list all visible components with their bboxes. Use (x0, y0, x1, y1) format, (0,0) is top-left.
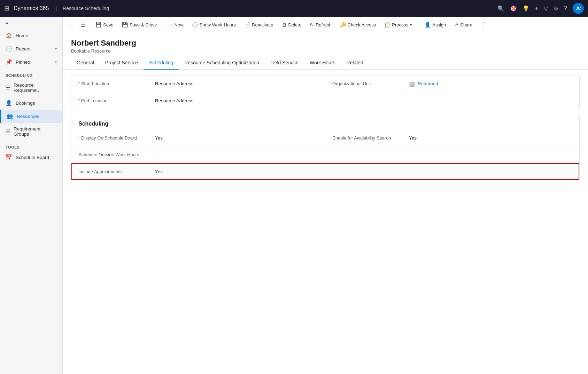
tab-work-hours[interactable]: Work Hours (304, 56, 341, 70)
sidebar-item-recent-label: Recent (16, 46, 31, 51)
process-button[interactable]: 📋 Process ▾ (381, 20, 415, 30)
org-unit-value[interactable]: Redmond (418, 81, 438, 86)
tab-field-service[interactable]: Field Service (265, 56, 304, 70)
search-icon[interactable]: 🔍 (497, 5, 504, 12)
process-icon: 📋 (384, 22, 390, 27)
required-star-end: * (78, 99, 80, 103)
more-options-button[interactable]: ⋮ (477, 19, 489, 30)
app-name: Resource Scheduling (63, 6, 109, 11)
include-appointments-row: Include Appointments Yes (71, 163, 579, 180)
sidebar-item-schedule-board[interactable]: 📅 Schedule Board (0, 151, 62, 164)
display-on-board-label: * Display On Schedule Board (78, 135, 155, 141)
chevron-down-icon: ▾ (55, 47, 57, 51)
settings-icon[interactable]: ⚙ (554, 5, 558, 12)
sidebar-item-home[interactable]: 🏠 Home (0, 29, 62, 42)
required-star: * (78, 82, 80, 86)
record-name: Norbert Sandberg (71, 39, 580, 48)
record-header: Norbert Sandberg Bookable Resource (63, 33, 588, 56)
sidebar-item-requirement-groups[interactable]: ☰ Requirement Groups (0, 123, 62, 140)
tab-project-service[interactable]: Project Service (100, 56, 144, 70)
lightbulb-icon[interactable]: 💡 (523, 5, 529, 12)
save-close-icon: 💾 (122, 22, 128, 27)
filter-icon[interactable]: ▽ (544, 5, 548, 12)
start-location-row: * Start Location Resource Address Organi… (71, 75, 579, 92)
enable-availability-value: Yes (409, 135, 572, 141)
sidebar-section-tools: Tools (0, 140, 62, 151)
required-star-board: * (78, 136, 80, 140)
list-view-button[interactable]: ☰ (79, 20, 88, 30)
end-location-value: Resource Address (155, 98, 318, 103)
deactivate-icon: 📄 (244, 22, 250, 27)
sidebar-item-rg-label: Requirement Groups (14, 126, 57, 137)
toolbar-divider-1 (163, 21, 163, 29)
record-tabs: General Project Service Scheduling Resou… (63, 56, 588, 70)
scheduling-section: Scheduling * Display On Schedule Board Y… (71, 115, 580, 180)
process-chevron-icon: ▾ (410, 23, 412, 27)
grid-icon[interactable]: ⊞ (4, 5, 9, 12)
assign-button[interactable]: 👤 Assign (421, 20, 449, 30)
sidebar-item-recent[interactable]: 🕐 Recent ▾ (0, 42, 62, 55)
top-nav-icons: 🔍 🎯 💡 + ▽ ⚙ ? JC (497, 3, 584, 14)
sidebar-item-resources-label: Resources (17, 114, 39, 119)
delete-button[interactable]: 🗑 Delete (278, 20, 305, 30)
hamburger-icon: ≡ (6, 20, 8, 25)
new-button[interactable]: + New (166, 20, 187, 30)
save-close-button[interactable]: 💾 Save & Close (118, 20, 161, 30)
sidebar-item-bookings[interactable]: 👤 Bookings (0, 96, 62, 110)
scheduling-section-body: * Display On Schedule Board Yes Enable f… (71, 130, 579, 180)
add-icon[interactable]: + (535, 5, 538, 11)
toolbar-navigation: ← ☰ (68, 20, 88, 30)
sidebar-item-bookings-label: Bookings (16, 101, 35, 106)
chevron-down-icon-pinned: ▾ (55, 60, 57, 64)
save-button[interactable]: 💾 Save (92, 20, 117, 30)
sidebar-item-rr-label: Resource Requireme... (14, 82, 57, 93)
pin-icon: 📌 (6, 59, 12, 65)
display-on-board-row: * Display On Schedule Board Yes Enable f… (71, 130, 579, 146)
help-icon[interactable]: ? (564, 5, 567, 11)
org-unit-label: Organizational Unit (332, 81, 409, 86)
user-avatar[interactable]: JC (573, 3, 584, 14)
users-icon: 👥 (7, 113, 13, 119)
sidebar-item-pinned-label: Pinned (16, 59, 30, 65)
scheduling-section-title: Scheduling (71, 115, 579, 130)
groups-icon: ☰ (6, 128, 10, 135)
location-section: * Start Location Resource Address Organi… (71, 75, 580, 109)
app-title: Dynamics 365 (14, 5, 49, 11)
target-icon[interactable]: 🎯 (510, 5, 517, 12)
sidebar-item-resources[interactable]: 👥 Resources (0, 110, 62, 123)
list-icon: ☰ (6, 85, 10, 91)
tab-scheduling[interactable]: Scheduling (144, 56, 179, 70)
sidebar-item-home-label: Home (16, 33, 28, 38)
end-location-label: * End Location (78, 98, 155, 103)
refresh-button[interactable]: ↻ Refresh (306, 20, 335, 30)
enable-availability-label: Enable for Availability Search (332, 135, 409, 141)
user-icon: 👤 (6, 100, 12, 106)
check-access-button[interactable]: 🔑 Check Access (336, 20, 380, 30)
tab-rso[interactable]: Resource Scheduling Optimization (179, 56, 265, 70)
refresh-icon: ↻ (310, 22, 314, 27)
display-on-board-value: Yes (155, 135, 318, 141)
org-icon: 🏢 (409, 81, 415, 87)
schedule-outside-label: Schedule Outside Work Hours (78, 152, 155, 157)
sidebar-item-resource-requirements[interactable]: ☰ Resource Requireme... (0, 79, 62, 96)
share-icon: ↗ (454, 22, 458, 27)
end-location-row: * End Location Resource Address (71, 92, 579, 109)
schedule-outside-value: --- (155, 152, 318, 157)
save-icon: 💾 (95, 22, 101, 27)
include-appointments-value: Yes (155, 169, 318, 174)
sidebar: ≡ 🏠 Home 🕐 Recent ▾ 📌 Pinned ▾ Schedulin… (0, 17, 63, 374)
schedule-outside-row: Schedule Outside Work Hours --- (71, 146, 579, 163)
back-button[interactable]: ← (68, 20, 78, 29)
main-layout: ≡ 🏠 Home 🕐 Recent ▾ 📌 Pinned ▾ Schedulin… (0, 17, 588, 374)
include-appointments-label: Include Appointments (78, 169, 155, 174)
sidebar-collapse-button[interactable]: ≡ (0, 17, 62, 29)
record-type: Bookable Resource (71, 48, 580, 54)
deactivate-button[interactable]: 📄 Deactivate (241, 20, 277, 30)
share-button[interactable]: ↗ Share (451, 20, 476, 30)
start-location-label: * Start Location (78, 81, 155, 86)
tab-general[interactable]: General (71, 56, 100, 70)
tab-related[interactable]: Related (341, 56, 369, 70)
toolbar: ← ☰ 💾 Save 💾 Save & Close + New 🕐 Show W… (63, 17, 588, 33)
show-work-hours-button[interactable]: 🕐 Show Work Hours (188, 20, 240, 30)
sidebar-item-pinned[interactable]: 📌 Pinned ▾ (0, 55, 62, 69)
